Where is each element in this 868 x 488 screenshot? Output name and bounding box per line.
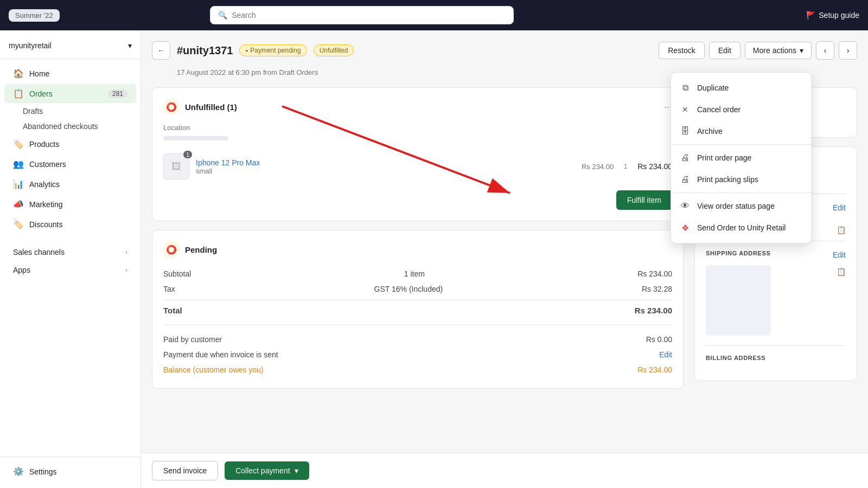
- tax-row: Tax GST 16% (Included) Rs 32.28: [163, 281, 672, 297]
- edit-button[interactable]: Edit: [709, 42, 741, 59]
- subtotal-row: Subtotal 1 item Rs 234.00: [163, 266, 672, 281]
- apps-label: Apps: [13, 266, 30, 274]
- abandoned-label: Abandoned checkouts: [23, 122, 98, 131]
- copy-icon[interactable]: 📋: [837, 226, 846, 234]
- product-variant: small: [196, 167, 575, 175]
- logo-text: Summer '22: [15, 11, 53, 20]
- sidebar-item-sales-channels[interactable]: Sales channels ›: [4, 243, 136, 261]
- sidebar-item-settings[interactable]: ⚙️ Settings: [4, 462, 136, 481]
- paid-amount: Rs 0.00: [646, 335, 672, 344]
- store-selector[interactable]: myunityretail ▾: [0, 37, 141, 59]
- subtotal-qty: 1 item: [404, 269, 425, 278]
- payment-due-label: Payment due when invoice is sent: [163, 350, 278, 359]
- send-unity-label: Send Order to Unity Retail: [697, 223, 786, 232]
- more-actions-dropdown: ⧉ Duplicate ✕ Cancel order 🗄 Archive: [671, 72, 812, 243]
- next-order-button[interactable]: ›: [839, 41, 857, 60]
- location-label: Location: [163, 124, 672, 132]
- sidebar-item-products[interactable]: 🏷️ Products: [4, 134, 136, 153]
- products-icon: 🏷️: [13, 139, 24, 149]
- header-actions: Restock Edit More actions ▾ ⧉: [659, 41, 857, 60]
- location-bar: [163, 136, 228, 140]
- payment-due-edit-link[interactable]: Edit: [659, 350, 672, 359]
- dropdown-item-print-packing[interactable]: 🖨 Print packing slips: [671, 169, 811, 190]
- tax-desc: GST 16% (Included): [374, 285, 443, 293]
- search-icon: 🔍: [218, 11, 227, 20]
- chevron-down-icon: ▾: [128, 41, 132, 50]
- sidebar-item-label: Orders: [29, 89, 53, 98]
- collect-payment-button[interactable]: Collect payment ▾: [225, 461, 309, 480]
- total-row: Total Rs 234.00: [163, 300, 672, 318]
- copy-address-icon[interactable]: 📋: [837, 267, 846, 276]
- sidebar-item-label: Products: [29, 140, 59, 149]
- prev-icon: ‹: [824, 46, 827, 55]
- pending-card-header: ⭕ Pending: [163, 241, 672, 258]
- order-title: #unity1371: [177, 44, 233, 57]
- fulfillment-icon: ⭕: [163, 99, 180, 115]
- sidebar-item-customers[interactable]: 👥 Customers: [4, 155, 136, 174]
- search-input[interactable]: [232, 11, 506, 20]
- sidebar-item-drafts[interactable]: Drafts: [0, 104, 141, 119]
- dropdown-item-view-status[interactable]: 👁 View order status page: [671, 195, 811, 217]
- balance-amount: Rs 234.00: [637, 365, 672, 374]
- shipping-edit-link[interactable]: Edit: [833, 251, 846, 259]
- product-qty-badge: 1: [183, 151, 192, 158]
- settings-icon: ⚙️: [13, 466, 24, 477]
- expand-icon: ›: [125, 248, 127, 256]
- dropdown-item-print-order[interactable]: 🖨 Print order page: [671, 147, 811, 169]
- paid-label: Paid by customer: [163, 335, 222, 344]
- sidebar-item-home[interactable]: 🏠 Home: [4, 64, 136, 83]
- more-actions-button[interactable]: More actions ▾: [745, 42, 812, 59]
- back-button[interactable]: ←: [152, 41, 170, 60]
- print-packing-label: Print packing slips: [697, 175, 758, 184]
- prev-order-button[interactable]: ‹: [816, 41, 834, 60]
- settings-label: Settings: [29, 467, 57, 476]
- dropdown-item-duplicate[interactable]: ⧉ Duplicate: [671, 77, 811, 99]
- analytics-icon: 📊: [13, 179, 24, 189]
- tax-label: Tax: [163, 285, 175, 293]
- shipping-section-header: SHIPPING ADDRESS Edit: [706, 248, 846, 262]
- product-total-price: Rs 234.00: [637, 162, 672, 171]
- sidebar-item-label: Customers: [29, 160, 66, 169]
- expand-icon: ›: [125, 266, 127, 274]
- print-order-label: Print order page: [697, 153, 751, 162]
- more-actions-label: More actions: [753, 46, 796, 55]
- dropdown-item-archive[interactable]: 🗄 Archive: [671, 120, 811, 142]
- send-invoice-button[interactable]: Send invoice: [152, 461, 218, 480]
- sidebar-item-orders[interactable]: 📋 Orders 281: [4, 84, 136, 103]
- sales-channels-label: Sales channels: [13, 248, 65, 256]
- sidebar-item-marketing[interactable]: 📣 Marketing: [4, 195, 136, 214]
- total-amount: Rs 234.00: [635, 306, 672, 315]
- billing-section-header: BILLING ADDRESS: [706, 352, 846, 367]
- restock-button[interactable]: Restock: [659, 42, 705, 59]
- sidebar-item-discounts[interactable]: 🏷️ Discounts: [4, 215, 136, 234]
- sidebar-item-analytics[interactable]: 📊 Analytics: [4, 175, 136, 194]
- sidebar-item-abandoned[interactable]: Abandoned checkouts: [0, 119, 141, 134]
- product-row: 🖼 1 Iphone 12 Pro Max small Rs 234.00 1 …: [163, 149, 672, 184]
- setup-guide-label: Setup guide: [819, 11, 859, 20]
- setup-guide-button[interactable]: 🚩 Setup guide: [806, 11, 859, 20]
- fulfill-item-button[interactable]: Fulfill item: [616, 190, 672, 210]
- fulfillment-badge: Unfulfilled: [314, 44, 354, 56]
- search-bar[interactable]: 🔍: [210, 6, 514, 24]
- product-name[interactable]: Iphone 12 Pro Max: [196, 158, 575, 167]
- top-bar: Summer '22 🔍 🚩 Setup guide: [0, 0, 868, 30]
- page-header: ← #unity1371 ● Payment pending Unfulfill…: [152, 41, 857, 60]
- sidebar-item-apps[interactable]: Apps ›: [4, 261, 136, 279]
- cancel-icon: ✕: [680, 104, 691, 115]
- store-logo: Summer '22: [9, 9, 60, 22]
- product-info: Iphone 12 Pro Max small: [196, 158, 575, 175]
- sidebar: myunityretail ▾ 🏠 Home 📋 Orders 281 Draf…: [0, 30, 141, 488]
- top-bar-right: 🚩 Setup guide: [806, 11, 859, 20]
- fulfillment-card: ⭕ Unfulfilled (1) ··· Location 🖼 1: [152, 87, 684, 221]
- contact-edit-link[interactable]: Edit: [833, 203, 846, 212]
- product-qty-label: 1: [620, 163, 631, 170]
- drafts-label: Drafts: [23, 107, 43, 115]
- duplicate-label: Duplicate: [697, 84, 729, 92]
- view-icon: 👁: [680, 201, 691, 211]
- fulfillment-card-header: ⭕ Unfulfilled (1) ···: [163, 99, 672, 115]
- dropdown-item-send-unity[interactable]: ❖ Send Order to Unity Retail: [671, 217, 811, 239]
- chevron-down-icon: ▾: [800, 46, 803, 55]
- dropdown-item-cancel-order[interactable]: ✕ Cancel order: [671, 99, 811, 120]
- sidebar-item-label: Discounts: [29, 220, 62, 229]
- print-packing-icon: 🖨: [680, 174, 691, 185]
